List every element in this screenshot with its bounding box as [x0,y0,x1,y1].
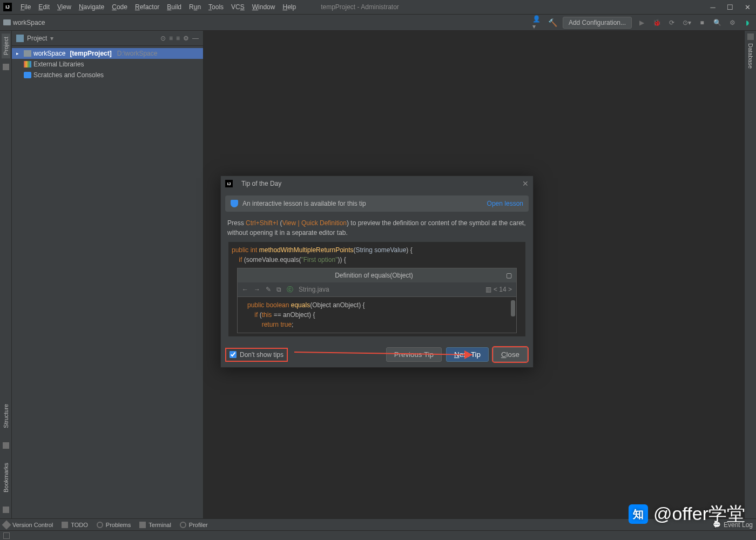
menu-refactor[interactable]: Refactor [132,2,163,12]
back-icon[interactable]: ← [242,285,248,294]
tip-body: Press Ctrl+Shift+I (View | Quick Definit… [221,216,533,342]
search-icon[interactable]: 🔍 [712,17,723,28]
menu-vcs[interactable]: VCS [228,2,248,12]
menu-tools[interactable]: Tools [205,2,227,12]
scrollbar[interactable] [511,300,515,316]
tab-structure[interactable]: Structure [2,401,10,431]
definition-code: public boolean equals(Object anObject) {… [238,297,516,333]
dialog-app-icon: IJ [225,180,233,187]
problems-icon [97,522,103,528]
tree-external-libs[interactable]: External Libraries [12,59,203,70]
dialog-footer: Don't show tips Previous Tip Next Tip Cl… [221,342,533,367]
app-icon: IJ [3,3,12,11]
maximize-icon[interactable]: ☐ [725,3,735,11]
right-tool-strip: Database [744,31,756,518]
project-header: Project ▾ ⊙ ≡ ≡ ⚙ — [12,31,203,46]
hide-icon[interactable]: — [192,35,199,42]
code-sample: public int methodWithMultipleReturnPoint… [228,242,525,336]
collapse-icon[interactable]: ≡ [176,35,180,42]
project-name: workSpace [33,50,65,57]
ext-libs-label: External Libraries [33,60,84,68]
bookmark-icon[interactable] [3,507,9,513]
window-title: tempProject - Administrator [299,3,707,11]
run-config-selector[interactable]: Add Configuration... [563,17,632,29]
tab-vcs[interactable]: Version Control [3,522,53,528]
ide-tools-icon[interactable]: ◗ [742,17,753,28]
run-icon[interactable]: ▶ [636,17,647,28]
next-tip-button[interactable]: Next Tip [446,347,489,362]
tab-project[interactable]: Project [2,33,10,58]
stop-icon[interactable]: ■ [697,17,707,28]
library-icon [24,61,31,68]
menu-help[interactable]: Help [279,2,299,12]
database-icon[interactable] [747,33,754,40]
structure-icon[interactable] [3,442,9,449]
definition-header: Definition of equals(Object) ▢ [238,268,516,282]
tab-profiler[interactable]: Profiler [180,522,208,528]
menu-build[interactable]: Build [164,2,185,12]
menu-file[interactable]: File [17,2,34,12]
project-view-selector[interactable]: Project [27,35,47,42]
definition-file: String.java [299,285,329,294]
dont-show-input[interactable] [230,351,237,358]
dont-show-checkbox[interactable]: Don't show tips [226,349,287,361]
minimize-icon[interactable]: ─ [707,3,718,11]
show-icon[interactable]: ⧉ [276,285,281,294]
folder-icon [3,19,11,25]
definition-title: Definition of equals(Object) [242,271,506,280]
forward-icon[interactable]: → [254,285,260,294]
close-button[interactable]: Close [493,347,528,362]
menu-run[interactable]: Run [186,2,204,12]
tree-scratches[interactable]: Scratches and Consoles [12,70,203,80]
status-icon[interactable] [3,532,10,539]
settings-icon[interactable]: ⚙ [727,17,738,28]
title-bar: IJ File Edit View Navigate Code Refactor… [0,0,756,15]
lesson-text: An interactive lesson is available for t… [242,200,366,207]
project-view-icon [16,35,24,42]
tab-database[interactable]: Database [746,40,755,72]
profile-icon[interactable]: ⊙▾ [681,17,692,28]
definition-toolbar: ← → ✎ ⧉ ⓒ String.java ▥< 14 > [238,282,516,297]
project-path: D:\workSpace [117,50,158,57]
edit-icon[interactable]: ✎ [266,285,271,294]
dialog-close-icon[interactable]: ✕ [522,179,529,188]
gear-icon[interactable]: ⚙ [183,35,189,42]
chevron-down-icon[interactable]: ▾ [50,35,53,42]
menu-view[interactable]: View [54,2,75,12]
caret-icon[interactable]: ▸ [16,51,22,56]
open-lesson-link[interactable]: Open lesson [487,200,523,207]
tab-bookmarks[interactable]: Bookmarks [2,460,10,496]
module-icon: ▥ [485,285,491,294]
class-icon: ⓒ [287,285,293,294]
scratch-icon [24,72,31,78]
user-icon[interactable]: 👤▾ [532,17,543,28]
tree-root[interactable]: ▸ workSpace [tempProject] D:\workSpace [12,48,203,59]
previous-tip-button[interactable]: Previous Tip [386,347,442,362]
select-file-icon[interactable]: ⊙ [160,35,166,42]
project-folder-icon [24,50,31,57]
terminal-icon [139,522,146,528]
tab-todo[interactable]: TODO [62,522,88,528]
watermark: 知 @offer学堂 [629,502,745,526]
debug-icon[interactable]: 🐞 [651,17,662,28]
menu-edit[interactable]: Edit [35,2,53,12]
todo-icon [62,522,68,528]
build-icon[interactable]: 🔨 [548,17,558,28]
status-bar [0,530,756,540]
scratches-label: Scratches and Consoles [33,71,104,79]
folder-nav-icon[interactable] [3,64,9,70]
menu-navigate[interactable]: Navigate [76,2,107,12]
pin-icon[interactable]: ▢ [506,271,512,280]
expand-icon[interactable]: ≡ [169,35,173,42]
menu-window[interactable]: Window [249,2,279,12]
nav-count[interactable]: < 14 > [494,285,512,294]
coverage-icon[interactable]: ⟳ [666,17,677,28]
tab-terminal[interactable]: Terminal [139,522,171,528]
dialog-title: Tip of the Day [241,180,281,187]
close-icon[interactable]: ✕ [742,3,753,11]
tab-problems[interactable]: Problems [97,522,131,528]
menu-code[interactable]: Code [109,2,131,12]
shortcut: Ctrl+Shift+I [246,219,278,227]
breadcrumb[interactable]: workSpace [3,19,45,26]
left-tool-strip: Project Structure Bookmarks [0,31,12,518]
